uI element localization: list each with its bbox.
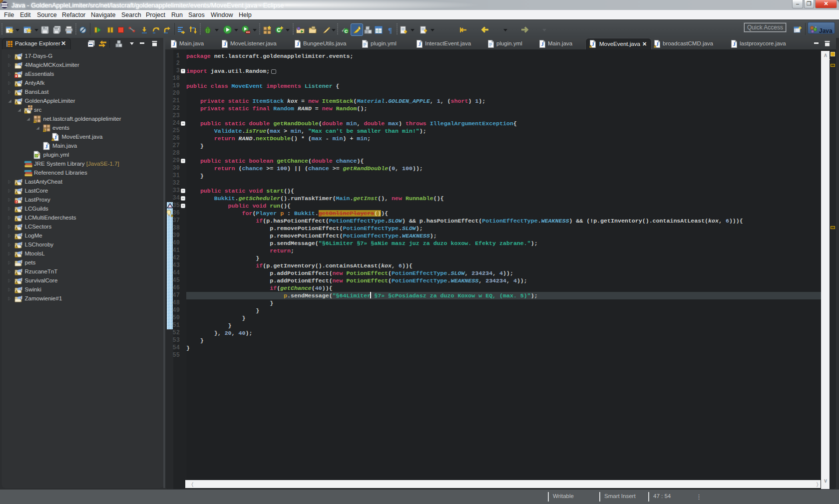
svg-text:J: J bbox=[20, 178, 23, 184]
svg-text:J: J bbox=[20, 196, 23, 202]
svg-text:J: J bbox=[45, 143, 48, 149]
svg-text:J: J bbox=[20, 79, 23, 85]
svg-text:J: J bbox=[20, 214, 23, 220]
svg-text:J: J bbox=[20, 276, 23, 282]
svg-text:J: J bbox=[20, 250, 23, 255]
svg-text:J: J bbox=[541, 41, 543, 47]
svg-text:J: J bbox=[20, 267, 23, 273]
svg-text:C: C bbox=[345, 29, 348, 34]
svg-text:J: J bbox=[20, 294, 23, 300]
svg-text:J: J bbox=[172, 41, 175, 47]
svg-text:J: J bbox=[20, 61, 23, 67]
svg-text:J: J bbox=[223, 41, 226, 47]
svg-text:J: J bbox=[20, 52, 23, 58]
svg-text:J: J bbox=[656, 41, 658, 47]
svg-text:J: J bbox=[20, 232, 23, 238]
svg-text:J: J bbox=[20, 70, 23, 76]
svg-text:J: J bbox=[54, 134, 57, 140]
svg-text:J: J bbox=[20, 258, 23, 264]
svg-text:J: J bbox=[20, 88, 23, 94]
svg-text:¶: ¶ bbox=[388, 26, 392, 34]
svg-text:J: J bbox=[20, 205, 23, 211]
svg-text:J: J bbox=[20, 223, 23, 229]
svg-text:J: J bbox=[20, 285, 23, 291]
svg-text:J: J bbox=[20, 241, 23, 247]
svg-text:J: J bbox=[20, 97, 23, 103]
svg-text:J: J bbox=[20, 187, 23, 193]
svg-text:J: J bbox=[591, 41, 594, 47]
svg-text:J: J bbox=[418, 41, 420, 47]
svg-text:J: J bbox=[733, 41, 735, 47]
svg-text:J: J bbox=[296, 41, 299, 47]
svg-text:C: C bbox=[277, 27, 280, 33]
